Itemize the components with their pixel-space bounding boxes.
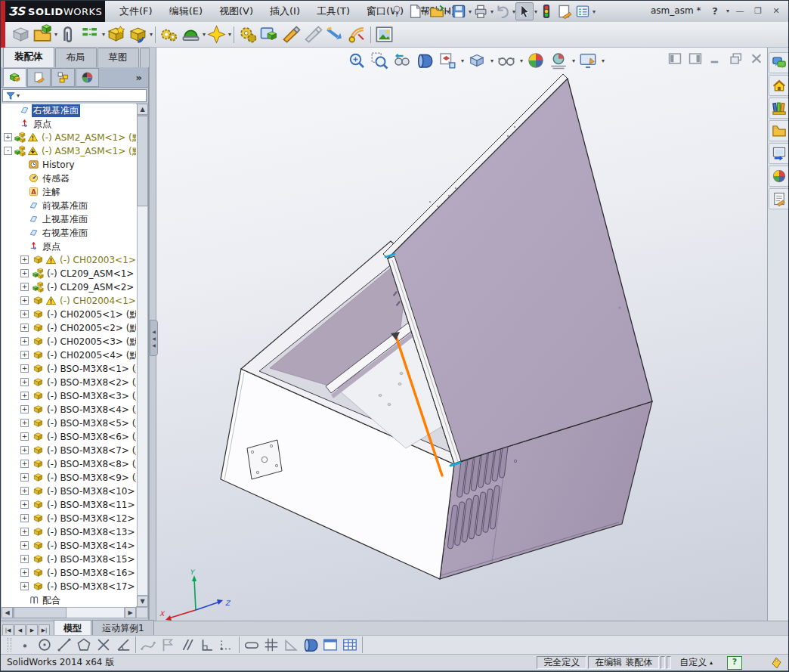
tree-expand-toggle[interactable]: +	[20, 405, 29, 413]
tree-item-label[interactable]: (-) BSO-M3X8<8> (默认	[45, 458, 136, 471]
sketch-construction-icon[interactable]	[217, 636, 237, 654]
tag-icon[interactable]	[771, 657, 782, 669]
tree-scroll-up-button[interactable]: ▲	[137, 104, 148, 115]
view-settings-icon-dropdown[interactable]: ▾	[602, 57, 605, 64]
exploded-view-icon[interactable]	[258, 23, 280, 45]
panel-tabs-overflow[interactable]: »	[136, 72, 142, 83]
sketch-spline-icon[interactable]	[138, 636, 158, 654]
tree-item[interactable]: 原点	[2, 240, 136, 253]
sketch-perpendicular-icon[interactable]	[197, 636, 217, 654]
tree-expand-toggle[interactable]: -	[4, 147, 12, 155]
tree-item[interactable]: 原点	[2, 117, 136, 131]
apply-scene-icon-dropdown[interactable]: ▾	[572, 57, 575, 64]
last-tab-icon[interactable]: ▶|	[39, 624, 50, 636]
display-style-icon[interactable]	[467, 51, 487, 70]
tree-item[interactable]: +(-) CH02005<4> (默认<	[2, 348, 136, 362]
tree-expand-toggle[interactable]: +	[20, 582, 29, 590]
next-tab-icon[interactable]: ▶	[26, 624, 38, 636]
tree-item[interactable]: +(-) BSO-M3X8<10> (默	[2, 485, 136, 498]
edit-appearance-icon[interactable]	[526, 51, 546, 70]
tree-item[interactable]: +(-) CH02003<1> (默	[2, 253, 136, 267]
tree-item-label[interactable]: (-) BSO-M3X8<16> (默	[45, 567, 136, 580]
tree-item[interactable]: 右视基准面	[2, 226, 136, 240]
tree-expand-toggle[interactable]: +	[20, 351, 29, 359]
panel-splitter[interactable]: ◀◀◀	[149, 48, 156, 621]
tree-hscrollbar-thumb[interactable]	[14, 607, 67, 618]
tree-item[interactable]: 上视基准面	[2, 212, 136, 226]
insert-components-icon[interactable]	[32, 23, 54, 45]
sketch-point-icon[interactable]	[15, 636, 35, 654]
tree-item-label[interactable]: (-) CH02005<3> (默认<	[45, 336, 136, 348]
tree-item-label[interactable]: (-) BSO-M3X8<17> (默	[45, 581, 136, 593]
menu-item-1[interactable]: 编辑(E)	[161, 1, 211, 22]
new-document-icon[interactable]	[406, 2, 424, 20]
tree-item[interactable]: +(-) CH02005<2> (默认<	[2, 321, 136, 335]
sketch-polygon-icon[interactable]	[74, 636, 94, 654]
previous-view-icon[interactable]	[392, 51, 412, 70]
tree-scroll-down-button[interactable]: ▼	[137, 596, 148, 607]
view-palette-icon[interactable]	[769, 143, 789, 164]
undo-icon[interactable]	[494, 2, 512, 20]
help-dropdown-icon[interactable]: ▾	[726, 8, 729, 14]
select-cursor-icon[interactable]	[515, 2, 534, 20]
tree-item-label[interactable]: 上视基准面	[41, 213, 89, 226]
status-custom-button[interactable]: 自定义 ▴	[673, 656, 719, 669]
tree-item-label[interactable]: (-) BSO-M3X8<10> (默	[45, 485, 136, 498]
tree-item-label[interactable]: 右视基准面	[32, 104, 80, 117]
panel-view-icon[interactable]	[320, 636, 340, 654]
tree-expand-toggle[interactable]: +	[20, 528, 29, 536]
tree-item-label[interactable]: (-) BSO-M3X8<7> (默认	[45, 444, 136, 457]
tree-item[interactable]: +(-) BSO-M3X8<6> (默认	[2, 430, 136, 444]
tree-item[interactable]: +(-) BSO-M3X8<14> (默	[2, 539, 136, 553]
sketch-circle-icon[interactable]	[35, 636, 54, 654]
tree-scroll-right-button[interactable]: ▶	[125, 607, 136, 618]
bill-of-materials-icon[interactable]	[237, 23, 258, 45]
appearances-scenes-icon[interactable]	[769, 166, 789, 187]
tree-expand-toggle[interactable]: +	[20, 473, 29, 482]
view-orientation-icon[interactable]	[438, 51, 457, 70]
model-tab-0[interactable]: 模型	[54, 620, 91, 636]
zoom-area-icon[interactable]	[370, 51, 389, 70]
take-snapshot-icon[interactable]	[373, 23, 395, 45]
pane-right-icon[interactable]	[688, 52, 703, 65]
filter-funnel-icon[interactable]	[5, 91, 16, 101]
component-pattern-icon[interactable]	[79, 23, 101, 45]
tree-item-label[interactable]: (-) BSO-M3X8<14> (默	[45, 540, 136, 553]
tree-item-label[interactable]: (-) BSO-M3X8<5> (默认	[45, 417, 136, 430]
tree-item[interactable]: +(-) BSO-M3X8<4> (默认	[2, 403, 136, 417]
menu-item-4[interactable]: 工具(T)	[308, 1, 358, 22]
tree-item[interactable]: 右视基准面	[2, 104, 136, 117]
tree-item[interactable]: -(-) ASM3_ASM<1> (默认	[2, 144, 136, 158]
tree-item[interactable]: +(-) CL209_ASM<2> (默认	[2, 280, 136, 294]
tree-expand-toggle[interactable]: +	[4, 133, 12, 141]
propertymanager-tab-icon[interactable]	[27, 68, 51, 87]
tree-item[interactable]: +(-) ASM2_ASM<1> (默认	[2, 131, 136, 144]
tree-item[interactable]: +(-) BSO-M3X8<15> (默	[2, 553, 136, 566]
tree-expand-toggle[interactable]: +	[20, 555, 29, 563]
menu-item-3[interactable]: 插入(I)	[261, 1, 308, 22]
tree-item-label[interactable]: History	[41, 159, 76, 170]
close-icon[interactable]: ✕	[769, 4, 784, 17]
tree-expand-toggle[interactable]: +	[20, 364, 29, 373]
tree-item[interactable]: +(-) BSO-M3X8<12> (默	[2, 512, 136, 525]
splitter-collapse-handle[interactable]: ◀◀◀	[150, 320, 158, 356]
menu-item-0[interactable]: 文件(F)	[111, 1, 161, 22]
prev-tab-icon[interactable]: ◀	[14, 624, 26, 636]
view-settings-icon[interactable]	[578, 51, 598, 70]
tree-item-label[interactable]: 注解	[41, 186, 62, 199]
sketch-measure-angle-icon[interactable]	[281, 636, 301, 654]
tree-expand-toggle[interactable]: +	[20, 432, 29, 441]
tree-expand-toggle[interactable]: +	[20, 487, 29, 495]
open-document-icon[interactable]	[428, 2, 446, 20]
tree-item[interactable]: +(-) BSO-M3X8<9> (默认	[2, 471, 136, 485]
tree-item[interactable]: +(-) BSO-M3X8<5> (默认	[2, 417, 136, 430]
first-tab-icon[interactable]: |◀	[2, 624, 14, 636]
rebuild-traffic-light-icon[interactable]	[537, 2, 555, 20]
save-icon[interactable]	[450, 2, 468, 20]
tree-item[interactable]: +(-) BSO-M3X8<3> (默认	[2, 389, 136, 403]
featuremanager-tab-icon[interactable]	[3, 68, 26, 87]
help-button[interactable]: ?	[707, 4, 722, 17]
tree-item[interactable]: +(-) BSO-M3X8<2> (默认	[2, 376, 136, 389]
design-table-icon[interactable]	[340, 636, 360, 654]
tree-item[interactable]: +(-) CH02005<3> (默认<	[2, 335, 136, 348]
